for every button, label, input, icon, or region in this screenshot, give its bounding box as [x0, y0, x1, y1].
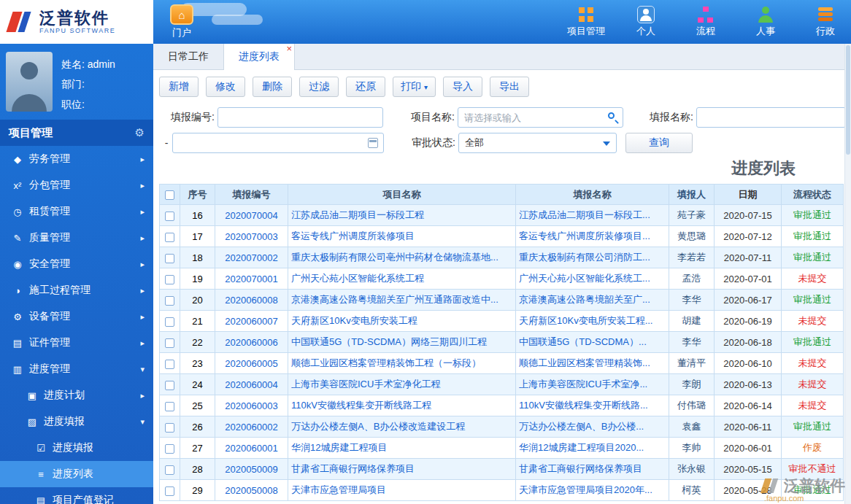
- row-checkbox[interactable]: [165, 486, 174, 496]
- cell-project-name-link[interactable]: 天府新区10Kv变电所安装工程: [288, 311, 516, 332]
- topnav-workflow[interactable]: 流程: [685, 6, 727, 38]
- cell-project-name-link[interactable]: 甘肃省工商银行网络保养项目: [288, 459, 516, 480]
- row-checkbox[interactable]: [165, 212, 174, 221]
- sidebar-item-lease[interactable]: ◷ 租赁管理 ▸: [0, 198, 153, 225]
- cell-project-name-link[interactable]: 中国联通5G（TD-SCDMA）网络三期四川工程: [288, 332, 516, 353]
- import-button[interactable]: 导入: [443, 77, 482, 97]
- cell-report-no-link[interactable]: 2020050008: [215, 480, 288, 501]
- topnav-project-management[interactable]: 项目管理: [565, 6, 607, 38]
- row-checkbox[interactable]: [165, 360, 174, 369]
- sidebar-item-progress-plan[interactable]: ▣ 进度计划 ▸: [0, 382, 153, 408]
- query-button[interactable]: 查询: [625, 133, 693, 153]
- cell-project-name-link[interactable]: 客运专线广州调度所装修项目: [288, 226, 516, 247]
- close-tab-icon[interactable]: ×: [286, 44, 292, 53]
- delete-button[interactable]: 删除: [253, 77, 292, 97]
- cell-report-name-link[interactable]: 京港澳高速公路粤境韶关至广...: [516, 290, 669, 311]
- cell-report-no-link[interactable]: 2020060008: [215, 290, 288, 311]
- cell-report-name-link[interactable]: 重庆太极制药有限公司消防工...: [516, 247, 669, 268]
- cell-report-name-link[interactable]: 天津市应急管理局项目2020年...: [516, 480, 669, 501]
- sidebar-item-progress-report-entry[interactable]: ☑ 进度填报: [0, 435, 153, 461]
- cell-report-no-link[interactable]: 2020050009: [215, 459, 288, 480]
- cell-report-name-link[interactable]: 110kV安徽线程集变开断线路...: [516, 395, 669, 416]
- cell-report-no-link[interactable]: 2020060004: [215, 374, 288, 395]
- vertical-scrollbar[interactable]: [844, 44, 851, 504]
- cell-report-name-link[interactable]: 客运专线广州调度所装修项目...: [516, 226, 669, 247]
- row-checkbox[interactable]: [165, 423, 174, 433]
- project-name-input[interactable]: [458, 107, 623, 128]
- status-badge: 审批通过: [793, 484, 831, 495]
- cell-project-name-link[interactable]: 京港澳高速公路粤境韶关至广州互通路面改造中...: [288, 290, 516, 311]
- export-button[interactable]: 导出: [490, 77, 529, 97]
- sidebar-item-labor[interactable]: ◆ 劳务管理 ▸: [0, 146, 153, 172]
- cell-project-name-link[interactable]: 顺德工业园区档案管理精装饰工程（一标段）: [288, 353, 516, 374]
- cell-report-no-link[interactable]: 2020070004: [215, 205, 288, 226]
- cell-project-name-link[interactable]: 上海市美容医院ICU手术室净化工程: [288, 374, 516, 395]
- cell-project-name-link[interactable]: 110kV安徽线程集变开断线路工程: [288, 395, 516, 416]
- cell-report-no-link[interactable]: 2020070003: [215, 226, 288, 247]
- cell-project-name-link[interactable]: 万达办公楼左侧A、B办公楼改造建设工程: [288, 416, 516, 438]
- cell-report-name-link[interactable]: 顺德工业园区档案管理精装饰...: [516, 353, 669, 374]
- sidebar-item-progress-report[interactable]: ▨ 进度填报 ▾: [0, 408, 153, 435]
- row-checkbox[interactable]: [165, 402, 174, 411]
- approval-status-select[interactable]: 全部: [458, 133, 617, 153]
- cell-report-name-link[interactable]: 江苏成品油二期项目一标段工...: [516, 205, 669, 226]
- topnav-administration[interactable]: 行政: [804, 6, 847, 38]
- tab-progress-list[interactable]: 进度列表 ×: [223, 44, 295, 70]
- cell-report-name-link[interactable]: 广州天心苑小区智能化系统工...: [516, 268, 669, 290]
- cell-project-name-link[interactable]: 江苏成品油二期项目一标段工程: [288, 205, 516, 226]
- cell-report-name-link[interactable]: 中国联通5G（TD-SCDMA）...: [516, 332, 669, 353]
- sidebar-item-progress[interactable]: ▥ 进度管理 ▾: [0, 356, 153, 382]
- row-checkbox[interactable]: [165, 444, 174, 454]
- cell-report-name-link[interactable]: 华润12城房建工程项目2020...: [516, 438, 669, 459]
- add-button[interactable]: 新增: [159, 77, 199, 97]
- topnav-personal[interactable]: 个人: [625, 6, 667, 38]
- topnav-hr[interactable]: 人事: [744, 6, 787, 38]
- row-checkbox[interactable]: [165, 275, 174, 284]
- cell-project-name-link[interactable]: 天津市应急管理局项目: [288, 480, 516, 501]
- cell-report-no-link[interactable]: 2020060002: [215, 416, 288, 438]
- sidebar-item-equipment[interactable]: ⚙ 设备管理 ▸: [0, 303, 153, 330]
- modify-button[interactable]: 修改: [206, 77, 245, 97]
- cell-project-name-link[interactable]: 华润12城房建工程项目: [288, 438, 516, 459]
- report-no-input[interactable]: [217, 107, 383, 128]
- sidebar-item-progress-list[interactable]: ≡ 进度列表: [0, 461, 153, 487]
- cell-project-name-link[interactable]: 重庆太极制药有限公司亳州中药材仓储物流基地...: [288, 247, 516, 268]
- cell-report-no-link[interactable]: 2020060005: [215, 353, 288, 374]
- report-name-input[interactable]: [696, 107, 846, 128]
- row-checkbox[interactable]: [165, 338, 174, 348]
- tab-daily-work[interactable]: 日常工作: [153, 44, 223, 70]
- row-checkbox[interactable]: [165, 381, 174, 390]
- cell-report-name-link[interactable]: 上海市美容医院ICU手术室净...: [516, 374, 669, 395]
- row-checkbox[interactable]: [165, 254, 174, 263]
- portal-button[interactable]: ⌂ 门户: [165, 4, 199, 39]
- date-input[interactable]: [172, 133, 384, 153]
- row-checkbox[interactable]: [165, 233, 174, 242]
- cell-report-name-link[interactable]: 甘肃省工商银行网络保养项目: [516, 459, 669, 480]
- gear-icon[interactable]: ⚙: [135, 126, 145, 139]
- cell-report-name-link[interactable]: 天府新区10Kv变电所安装工程...: [516, 311, 669, 332]
- sidebar-item-project-output-register[interactable]: ▤ 项目产值登记: [0, 487, 153, 504]
- search-icon[interactable]: [608, 112, 615, 119]
- row-checkbox[interactable]: [165, 296, 174, 306]
- calendar-icon[interactable]: [368, 138, 378, 148]
- filter-button[interactable]: 过滤: [299, 77, 339, 97]
- cell-report-no-link[interactable]: 2020070001: [215, 268, 288, 290]
- sidebar-item-construction-process[interactable]: ◑ 施工过程管理 ▸: [0, 277, 153, 303]
- row-checkbox[interactable]: [165, 317, 174, 327]
- cell-report-name-link[interactable]: 万达办公楼左侧A、B办公楼...: [516, 416, 669, 438]
- scrollbar-thumb[interactable]: [846, 45, 850, 155]
- cell-report-no-link[interactable]: 2020060007: [215, 311, 288, 332]
- cell-report-no-link[interactable]: 2020060001: [215, 438, 288, 459]
- cell-report-no-link[interactable]: 2020060006: [215, 332, 288, 353]
- select-all-checkbox[interactable]: [165, 190, 174, 200]
- sidebar-item-subcontract[interactable]: x² 分包管理 ▸: [0, 172, 153, 198]
- print-button[interactable]: 打印 ▾: [393, 77, 436, 97]
- sidebar-item-quality[interactable]: ✎ 质量管理 ▸: [0, 225, 153, 251]
- cell-report-no-link[interactable]: 2020060003: [215, 395, 288, 416]
- cell-project-name-link[interactable]: 广州天心苑小区智能化系统工程: [288, 268, 516, 290]
- row-checkbox[interactable]: [165, 465, 174, 475]
- sidebar-item-safety[interactable]: ◉ 安全管理 ▸: [0, 251, 153, 277]
- cell-report-no-link[interactable]: 2020070002: [215, 247, 288, 268]
- restore-button[interactable]: 还原: [346, 77, 385, 97]
- sidebar-item-certificate[interactable]: ▤ 证件管理 ▸: [0, 330, 153, 356]
